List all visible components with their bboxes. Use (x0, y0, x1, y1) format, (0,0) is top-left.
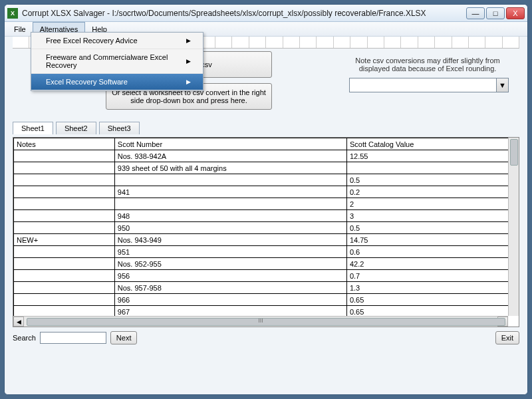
table-row[interactable]: Nos. 957-9581.3 (14, 282, 519, 294)
cell[interactable]: 956 (114, 270, 346, 282)
tab-sheet1[interactable]: Sheet1 (13, 122, 53, 134)
table-row[interactable]: 0.5 (14, 174, 519, 186)
table-row[interactable]: 9670.65 (14, 306, 519, 317)
menu-file[interactable]: File (7, 22, 33, 36)
cell[interactable] (14, 186, 115, 198)
minimize-button[interactable]: — (466, 7, 485, 19)
cell[interactable]: Scott Catalog Value (346, 138, 518, 150)
table-row[interactable]: 939 sheet of 50 with all 4 margins (14, 162, 519, 174)
table-row[interactable]: NEW+Nos. 943-94914.75 (14, 234, 519, 246)
cell[interactable]: 951 (114, 246, 346, 258)
window-controls: — □ X (466, 7, 525, 19)
cell[interactable] (14, 150, 115, 162)
titlebar[interactable]: X Corrupt XLSX Salvager - I:/socrtwo/Doc… (5, 5, 527, 22)
dropdown-label: Freeware and Commercialware Excel Recove… (46, 53, 186, 69)
tab-sheet2[interactable]: Sheet2 (56, 122, 96, 134)
cell[interactable]: 0.5 (346, 222, 518, 234)
cell[interactable]: 2 (346, 198, 518, 210)
dropdown-item-freeware-commercial[interactable]: Freeware and Commercialware Excel Recove… (31, 49, 203, 74)
cell[interactable]: 939 sheet of 50 with all 4 margins (114, 162, 346, 174)
close-button[interactable]: X (506, 7, 525, 19)
cell[interactable]: Nos. 938-942A (114, 150, 346, 162)
cell[interactable] (14, 174, 115, 186)
exit-button[interactable]: Exit (495, 331, 519, 344)
cell[interactable] (14, 258, 115, 270)
cell[interactable] (14, 210, 115, 222)
bottom-bar: Search Next Exit (5, 327, 527, 348)
horizontal-scrollbar[interactable]: ◀ III ▶ (13, 316, 508, 327)
cell[interactable]: 0.2 (346, 186, 518, 198)
scroll-marker: III (258, 317, 263, 324)
cell[interactable] (14, 198, 115, 210)
dropdown-label: Excel Recovery Software (46, 78, 128, 86)
table-row[interactable]: Nos. 938-942A12.55 (14, 150, 519, 162)
cell[interactable]: 948 (114, 210, 346, 222)
cell[interactable]: 0.6 (346, 246, 518, 258)
next-button[interactable]: Next (110, 331, 138, 344)
worksheet-combo[interactable]: ▼ (349, 78, 509, 92)
tab-sheet3[interactable]: Sheet3 (99, 122, 140, 134)
cell[interactable] (14, 246, 115, 258)
dropdown-item-recovery-software[interactable]: Excel Recovery Software ▶ (31, 74, 203, 90)
cell[interactable]: 941 (114, 186, 346, 198)
cell[interactable]: 0.65 (346, 306, 518, 317)
search-label: Search (13, 334, 36, 342)
cell[interactable] (346, 162, 518, 174)
data-grid: NotesScott NumberScott Catalog ValueNos.… (13, 137, 519, 327)
table-row[interactable]: 2 (14, 198, 519, 210)
cell[interactable]: 966 (114, 294, 346, 306)
cell[interactable]: 0.5 (346, 174, 518, 186)
submenu-arrow-icon: ▶ (186, 37, 191, 44)
cell[interactable]: NEW+ (14, 234, 115, 246)
vertical-scrollbar[interactable] (508, 138, 519, 316)
cell[interactable] (114, 174, 346, 186)
cell[interactable] (114, 198, 346, 210)
cell[interactable]: Nos. 952-955 (114, 258, 346, 270)
worksheet-combo-wrap: ▼ (349, 78, 509, 92)
cell[interactable] (14, 294, 115, 306)
spreadsheet-table: NotesScott NumberScott Catalog ValueNos.… (13, 138, 519, 316)
cell[interactable]: 12.55 (346, 150, 518, 162)
cell[interactable]: Notes (14, 138, 115, 150)
cell[interactable]: 967 (114, 306, 346, 317)
app-icon: X (7, 8, 18, 19)
maximize-button[interactable]: □ (486, 7, 505, 19)
table-row[interactable]: 9660.65 (14, 294, 519, 306)
cell[interactable]: 42.2 (346, 258, 518, 270)
cell[interactable]: Scott Number (114, 138, 346, 150)
cell[interactable] (14, 282, 115, 294)
scroll-thumb[interactable] (510, 139, 518, 166)
table-row[interactable]: 9410.2 (14, 186, 519, 198)
chevron-down-icon[interactable]: ▼ (496, 78, 508, 92)
cell[interactable] (14, 270, 115, 282)
search-input[interactable] (40, 332, 106, 344)
table-row[interactable]: 9500.5 (14, 222, 519, 234)
table-row[interactable]: 9483 (14, 210, 519, 222)
cell[interactable]: 14.75 (346, 234, 518, 246)
submenu-arrow-icon: ▶ (186, 78, 191, 85)
alternatives-dropdown: Free Excel Recovery Advice ▶ Freeware an… (31, 32, 203, 91)
cell[interactable] (14, 222, 115, 234)
submenu-arrow-icon: ▶ (186, 58, 191, 65)
table-row[interactable]: Nos. 952-95542.2 (14, 258, 519, 270)
cell[interactable] (14, 306, 115, 317)
scroll-thumb[interactable] (27, 318, 505, 326)
cell[interactable]: Nos. 957-958 (114, 282, 346, 294)
cell[interactable]: 1.3 (346, 282, 518, 294)
dropdown-label: Free Excel Recovery Advice (46, 37, 138, 45)
cell[interactable] (14, 162, 115, 174)
sheet-tabs: Sheet1 Sheet2 Sheet3 (5, 122, 527, 134)
table-row[interactable]: NotesScott NumberScott Catalog Value (14, 138, 519, 150)
cell[interactable]: 0.7 (346, 270, 518, 282)
table-row[interactable]: 9510.6 (14, 246, 519, 258)
app-window: X Corrupt XLSX Salvager - I:/socrtwo/Doc… (4, 4, 528, 395)
cell[interactable]: 3 (346, 210, 518, 222)
cell[interactable]: 950 (114, 222, 346, 234)
table-row[interactable]: 9560.7 (14, 270, 519, 282)
scroll-left-arrow-icon[interactable]: ◀ (13, 317, 24, 327)
window-title: Corrupt XLSX Salvager - I:/socrtwo/Docum… (22, 9, 466, 18)
dropdown-item-free-recovery-advice[interactable]: Free Excel Recovery Advice ▶ (31, 33, 203, 49)
cell[interactable]: Nos. 943-949 (114, 234, 346, 246)
note-text: Note csv conversions may differ slightly… (341, 51, 514, 78)
cell[interactable]: 0.65 (346, 294, 518, 306)
